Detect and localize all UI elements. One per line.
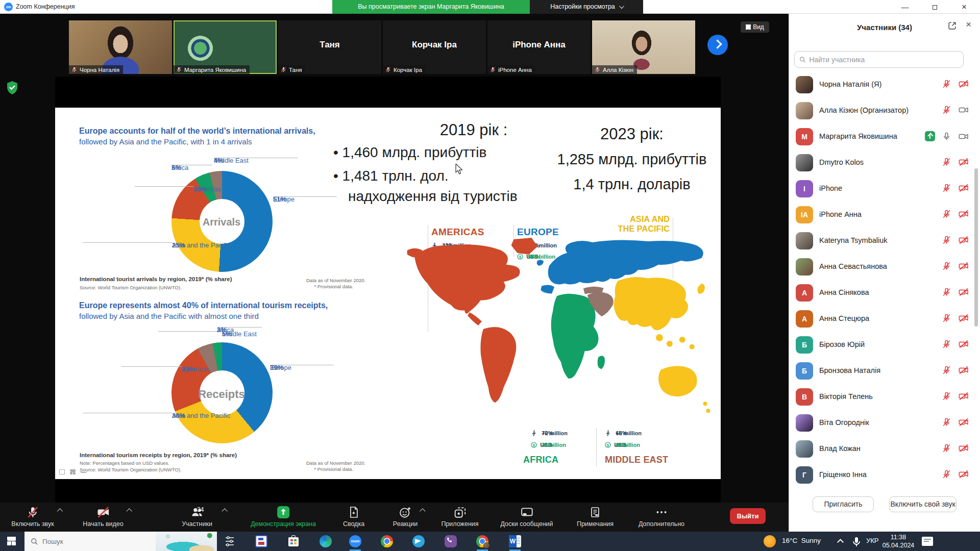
participant-row[interactable]: Анна Севастьянова <box>789 254 980 280</box>
mic-muted-icon <box>942 365 951 375</box>
participant-name: Анна Севастьянова <box>819 262 887 270</box>
store-app-icon[interactable] <box>287 535 300 547</box>
region-asia-header-line2: THE PACIFIC <box>608 224 670 234</box>
participant-row[interactable]: Б Бронзова Наталія <box>789 358 980 384</box>
reactions-button[interactable]: Реакции <box>393 505 418 528</box>
close-button[interactable]: × <box>952 0 976 14</box>
svg-text:$: $ <box>607 443 609 447</box>
clock[interactable]: 11:3805.04.2024 <box>880 533 917 549</box>
popout-icon[interactable] <box>947 21 957 31</box>
participant-row[interactable]: I iPhone <box>789 176 980 202</box>
video-tile[interactable]: Таня Таня <box>278 20 381 74</box>
leave-button[interactable]: Выйти <box>730 508 766 524</box>
minimize-button[interactable]: — <box>893 0 917 14</box>
mic-muted-icon <box>942 157 951 167</box>
participant-row[interactable]: В Вікторія Телень <box>789 384 980 410</box>
video-tile[interactable]: Корчак Іра Корчак Іра <box>383 20 486 74</box>
notifications-icon[interactable] <box>922 537 933 546</box>
chrome-app-icon[interactable] <box>381 535 393 547</box>
participant-row[interactable]: Kateryna Tsymbaliuk <box>789 228 980 254</box>
mic-muted-icon <box>594 66 601 73</box>
chevron-up-icon[interactable] <box>420 508 425 514</box>
participant-row[interactable]: Віта Огороднік <box>789 410 980 436</box>
participant-row[interactable]: А Анна Стецюра <box>789 306 980 332</box>
mic-muted-icon <box>942 417 951 427</box>
task-view-icon[interactable] <box>224 535 236 547</box>
mic-muted-icon <box>942 105 951 115</box>
taskbar-search[interactable] <box>24 532 217 551</box>
security-shield-icon[interactable] <box>6 81 18 95</box>
participant-name: Dmytro Kolos <box>819 158 864 166</box>
traveler-icon <box>605 430 611 436</box>
participant-row[interactable]: Dmytro Kolos <box>789 150 980 176</box>
chevron-up-icon[interactable] <box>57 508 63 514</box>
chevron-up-icon[interactable] <box>222 508 227 514</box>
unmute-self-button[interactable]: Включить свой звук <box>889 496 957 512</box>
taskbar-search-input[interactable] <box>42 538 144 545</box>
participant-name: Чорна Наталія (Я) <box>819 80 881 88</box>
participant-row[interactable]: Алла Кізюн (Организатор) <box>789 98 980 124</box>
tile-name-label: Маргарита Яковишина <box>174 65 250 74</box>
tray-expand-icon[interactable] <box>837 539 844 545</box>
participants-list: Чорна Наталія (Я) Алла Кізюн (Организато… <box>789 72 980 488</box>
mic-muted-icon <box>942 469 951 479</box>
view-settings-button[interactable]: Настройки просмотра <box>530 0 643 14</box>
view-button[interactable]: Вид <box>741 21 769 33</box>
donut1-label-africa: Africa 5% <box>172 164 212 165</box>
edge-app-icon[interactable] <box>320 535 332 547</box>
participant-row[interactable]: А Анна Сінякова <box>789 280 980 306</box>
mic-muted-icon <box>942 313 951 323</box>
word-app-icon[interactable]: W <box>509 535 521 547</box>
panel-scrollbar[interactable] <box>974 168 978 327</box>
zoom-app-icon[interactable]: zoom <box>349 535 361 547</box>
more-button[interactable]: Дополнительно <box>639 505 684 528</box>
start-button[interactable] <box>7 537 16 545</box>
mic-icon <box>942 132 951 141</box>
camera-muted-icon <box>958 261 969 271</box>
presenter-mini-toolbar[interactable] <box>59 469 86 474</box>
language-indicator[interactable]: УКР <box>866 537 879 544</box>
close-panel-icon[interactable]: × <box>966 19 971 30</box>
avatar: Б <box>796 362 813 380</box>
start-video-button[interactable]: Начать видео <box>83 505 123 528</box>
notes-button[interactable]: Примечания <box>577 505 614 528</box>
stat-2019-bullet2b: надходження від туристів <box>348 188 518 205</box>
participant-row[interactable]: IA iPhone Анна <box>789 202 980 228</box>
unmute-button[interactable]: Включить звук <box>11 505 54 528</box>
telegram-app-icon[interactable] <box>412 535 425 547</box>
slide-heading-1b: followed by Asia and the Pacific, with 1… <box>79 137 252 146</box>
apps-button[interactable]: Приложения <box>441 505 478 528</box>
viber-app-icon[interactable] <box>445 535 457 547</box>
video-tile[interactable]: Чорна Наталія <box>69 20 172 74</box>
participant-row[interactable]: Влад Кожан <box>789 436 980 462</box>
whiteboards-button[interactable]: Доски сообщений <box>500 505 553 528</box>
camera-muted-icon <box>958 313 969 323</box>
invite-button[interactable]: Пригласить <box>813 496 874 512</box>
search-input[interactable] <box>809 56 959 64</box>
camera-muted-icon <box>958 391 969 401</box>
participant-row[interactable]: Б Бірозов Юрій <box>789 332 980 358</box>
participant-search[interactable] <box>794 51 964 68</box>
mic-muted-icon <box>942 183 951 193</box>
video-tile[interactable]: iPhone Анна iPhone Анна <box>487 20 591 74</box>
weather-text[interactable]: 16°C Sunny <box>782 537 821 544</box>
avatar: I <box>796 180 813 197</box>
floppy-app-icon[interactable] <box>255 535 267 547</box>
participants-button[interactable]: 34 Участники <box>182 505 212 528</box>
donut1-label-middle-east: Middle East 4% <box>214 157 298 158</box>
video-tile[interactable]: Алла Кізюн <box>592 20 695 74</box>
participant-row[interactable]: Г Гріщенко Інна <box>789 462 980 488</box>
tray-mic-icon[interactable] <box>850 536 863 548</box>
chevron-up-icon[interactable] <box>127 508 132 514</box>
maximize-button[interactable] <box>923 0 946 14</box>
camera-muted-icon <box>958 79 969 89</box>
participant-row[interactable]: Чорна Наталія (Я) <box>789 72 980 98</box>
share-screen-button[interactable]: Демонстрация экрана <box>251 505 316 528</box>
summary-button[interactable]: Сводка <box>343 505 364 528</box>
participant-row[interactable]: М Маргарита Яковишина <box>789 124 980 150</box>
video-tile[interactable]: Маргарита Яковишина <box>174 20 277 74</box>
region-middle-east-header: MIDDLE EAST <box>605 455 668 465</box>
next-videos-button[interactable] <box>707 35 728 55</box>
weather-sun-icon[interactable] <box>764 535 776 547</box>
chrome-profile-app-icon[interactable] <box>476 535 488 547</box>
